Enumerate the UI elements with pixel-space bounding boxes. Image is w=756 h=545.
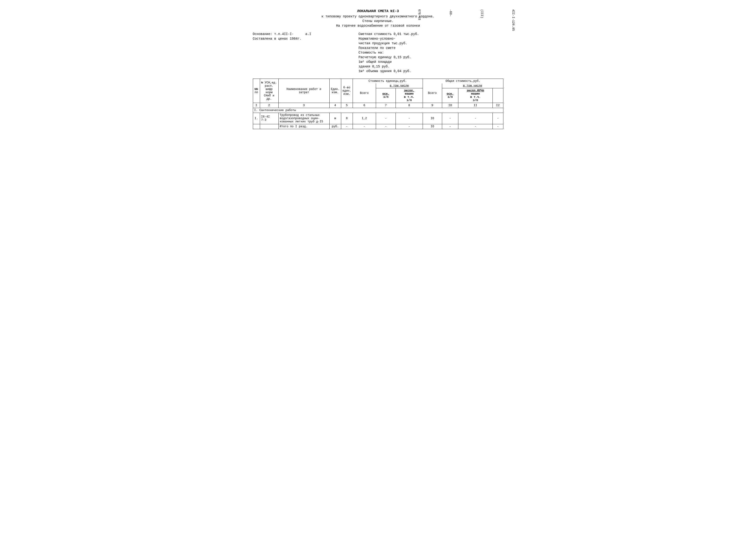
info-right-line8: здания 0,15 руб. (359, 65, 503, 68)
col-n-4: 4 (329, 103, 341, 108)
itogo-label: Итого по I разд. (278, 124, 329, 129)
itogo-total-osn: - (442, 124, 458, 129)
th-total-intom: в том числе (442, 84, 503, 88)
margin-text-4: 676-03 (418, 9, 421, 31)
row1-code: I6-4I7-3 (260, 113, 278, 124)
th-price-section: Стоимость единицы,руб. (353, 79, 423, 84)
col-numbers-row: I 2 3 4 5 6 7 8 9 IO II I2 (253, 103, 503, 108)
info-right-line9: 1м³ объема здания 0,04 руб. (359, 69, 503, 73)
info-left-line1: Основание: т.п.4II-I- а.I (253, 32, 349, 36)
th-total-all: Всего (423, 84, 442, 103)
row1-qty: 8 (341, 113, 353, 124)
info-right-line7: 1м² общей площади (359, 60, 503, 64)
itogo-num (253, 124, 260, 129)
col-n-3: 3 (278, 103, 329, 108)
row1-price-osn: - (376, 113, 396, 124)
th-qty: К-во един. изм. (341, 79, 353, 103)
th-price-osn: осн. з/п (376, 88, 396, 103)
row1-total-nuch: - (492, 113, 503, 124)
col-n-2: 2 (260, 103, 278, 108)
row1-price-expl: - (396, 113, 423, 124)
info-right-line6: Расчетную единицу 0,15 руб. (359, 55, 503, 59)
itogo-total-nuch: - (492, 124, 503, 129)
th-total-osn: осн. з/п (442, 88, 458, 103)
th-price-intom: в том числе (376, 84, 423, 88)
section-1-header: I. Сантехнические работы (253, 108, 503, 113)
col-n-6: 6 (353, 103, 376, 108)
row1-unit: м (329, 113, 341, 124)
th-num: №№ пп (253, 79, 260, 103)
col-n-12: I2 (492, 103, 503, 108)
itogo-price-expl: - (396, 124, 423, 129)
itogo-code (260, 124, 278, 129)
main-table: №№ пп № УСН,ед. расп. шифр норм СНиП и д… (253, 79, 503, 129)
table-row-1: I. I6-4I7-3 Трубопровод из стальных водо… (253, 113, 503, 124)
th-name: Наименование работ и затрат (278, 79, 329, 103)
row1-total-all: IO (423, 113, 442, 124)
col-n-1: I (253, 103, 260, 108)
itogo-qty: - (341, 124, 353, 129)
row1-num: I. (253, 113, 260, 124)
margin-text-2: (III) (480, 9, 484, 31)
col-n-11: II (458, 103, 493, 108)
info-right: Сметная стоимость 0,01 тыс.руб. Норматив… (349, 32, 503, 74)
info-right-line2: Нормативно-условно- (359, 37, 503, 41)
th-price-all: Всего (353, 84, 376, 103)
itogo-total-all: IO (423, 124, 442, 129)
itogo-unit: руб. (329, 124, 341, 129)
margin-text-1: 4II-I-126.85 (512, 9, 515, 31)
th-code: № УСН,ед. расп. шифр норм СНиП и др. (260, 79, 278, 103)
col-n-7: 7 (376, 103, 396, 108)
info-section: Основание: т.п.4II-I- а.I Составлена в ц… (253, 32, 503, 74)
info-right-line5: Стоимость на: (359, 51, 503, 55)
itogo-price-all: - (353, 124, 376, 129)
info-right-line1: Сметная стоимость 0,01 тыс.руб. (359, 32, 503, 36)
th-unit: Един. изм. (329, 79, 341, 103)
th-total-section: Общая стоимость,руб. (423, 79, 503, 84)
info-right-line4: Показатели по смете (359, 46, 503, 50)
info-right-line3: чистая продукция тыс.руб. (359, 42, 503, 45)
col-n-8: 8 (396, 103, 423, 108)
col-n-5: 5 (341, 103, 353, 108)
col-n-9: 9 (423, 103, 442, 108)
row1-total-osn: - (442, 113, 458, 124)
info-left-line2: Составлена в ценах 1984г. (253, 37, 349, 41)
itogo-price-osn: - (376, 124, 396, 129)
row1-total-expl: - (458, 113, 493, 124)
row1-name: Трубопровод из стальных водогазопроводны… (278, 113, 329, 124)
th-price-expl: экспл. машин в т.ч. з/п (396, 88, 423, 103)
th-total-nuch (492, 88, 503, 103)
itogo-total-expl: - (458, 124, 493, 129)
section-1-title: I. Сантехнические работы (253, 108, 503, 113)
margin-text-3: -60- (449, 9, 452, 31)
col-n-10: IO (442, 103, 458, 108)
info-left: Основание: т.п.4II-I- а.I Составлена в ц… (253, 32, 349, 74)
row1-price-all: I,2 (353, 113, 376, 124)
th-total-expl: экспл.НУЧп машин в т.ч. з/п (458, 88, 493, 103)
itogo-row: Итого по I разд. руб. - - - - IO - - - (253, 124, 503, 129)
